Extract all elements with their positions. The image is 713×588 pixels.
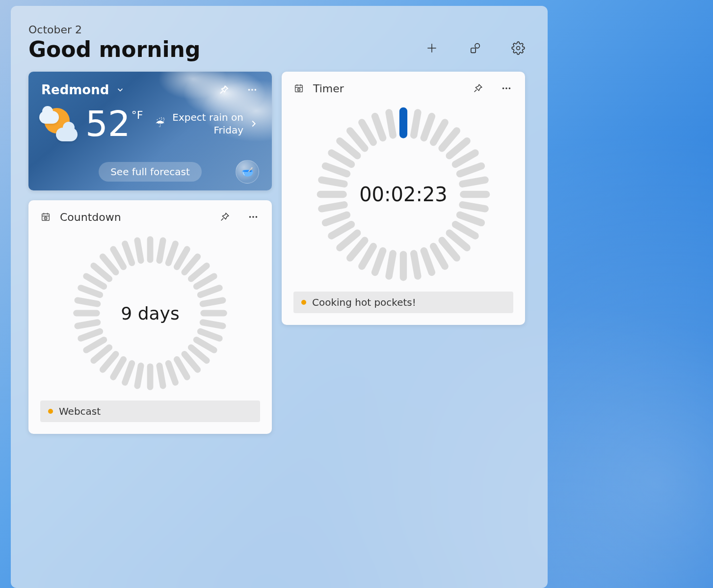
- chevron-down-icon: [116, 85, 125, 94]
- countdown-dial-wrap: 9 days: [40, 229, 260, 401]
- add-widget-button[interactable]: [422, 38, 442, 58]
- countdown-status-bar[interactable]: Webcast: [40, 401, 260, 422]
- countdown-status-text: Webcast: [59, 405, 101, 417]
- temperature-unit: °F: [132, 109, 143, 121]
- more-horizontal-icon: [248, 212, 259, 222]
- greeting-block: October 2 Good morning: [28, 24, 200, 62]
- timer-title: Timer: [313, 82, 344, 95]
- timer-status-text: Cooking hot pockets!: [312, 296, 416, 308]
- timer-dial: 00:02:23: [315, 106, 492, 283]
- more-horizontal-icon: [247, 84, 258, 95]
- svg-point-2: [475, 44, 479, 48]
- svg-point-51: [502, 87, 504, 89]
- status-dot-icon: [48, 409, 53, 414]
- clock-app-icon: [40, 212, 51, 222]
- bowl-icon: 🥣: [241, 166, 254, 178]
- weather-condition-icon: [41, 107, 75, 140]
- plus-icon: [425, 42, 438, 54]
- countdown-header: Countdown: [40, 210, 260, 224]
- svg-point-4: [517, 47, 520, 50]
- timer-dial-wrap: 00:02:23: [293, 100, 513, 292]
- widgets-panel: October 2 Good morning: [11, 6, 548, 588]
- pin-icon: [218, 84, 229, 95]
- pin-icon: [219, 212, 230, 222]
- pin-icon: [473, 83, 483, 94]
- clock-app-icon: [293, 83, 304, 94]
- timer-widget[interactable]: Timer 00:02:23: [282, 72, 525, 325]
- weather-body: 52 °F ☔ Expect rain on Friday: [28, 97, 272, 141]
- more-button[interactable]: [245, 83, 259, 97]
- forecast-hint-text: Expect rain on Friday: [170, 111, 243, 136]
- countdown-dial: 9 days: [72, 235, 229, 392]
- umbrella-icon: ☔: [155, 117, 165, 131]
- weather-detail-bubble[interactable]: 🥣: [236, 160, 259, 184]
- pin-button[interactable]: [471, 81, 485, 95]
- greeting-text: Good morning: [28, 37, 200, 62]
- timer-header: Timer: [293, 81, 513, 95]
- svg-point-52: [505, 87, 507, 89]
- weather-widget[interactable]: Redmond: [28, 72, 272, 190]
- forecast-hint[interactable]: ☔ Expect rain on Friday: [155, 111, 259, 136]
- grid-col-left: Redmond: [28, 72, 272, 434]
- countdown-title: Countdown: [60, 211, 121, 223]
- svg-point-10: [249, 216, 251, 218]
- header-actions: [422, 24, 530, 58]
- gear-icon: [511, 41, 525, 55]
- timer-title-group: Timer: [293, 82, 344, 95]
- see-full-forecast-button[interactable]: See full forecast: [99, 162, 202, 182]
- weather-header: Redmond: [28, 72, 272, 97]
- pin-button[interactable]: [218, 210, 232, 224]
- temperature-value: 52: [85, 106, 131, 141]
- countdown-title-group: Countdown: [40, 211, 121, 223]
- svg-point-6: [251, 89, 253, 91]
- svg-point-11: [252, 216, 254, 218]
- weather-actions: [217, 83, 259, 97]
- svg-rect-3: [471, 48, 475, 53]
- shapes-icon: [468, 41, 482, 55]
- status-dot-icon: [301, 300, 306, 305]
- timer-actions: [471, 81, 513, 95]
- grid-col-right: Timer 00:02:23: [282, 72, 525, 325]
- timer-status-bar[interactable]: Cooking hot pockets!: [293, 292, 513, 313]
- settings-button[interactable]: [508, 38, 528, 58]
- date-text: October 2: [28, 24, 200, 36]
- weather-location-selector[interactable]: Redmond: [41, 82, 125, 97]
- temperature-block: 52 °F: [85, 106, 143, 141]
- svg-point-12: [256, 216, 258, 218]
- countdown-value: 9 days: [72, 235, 229, 392]
- weather-location-text: Redmond: [41, 82, 109, 97]
- chevron-right-icon: [248, 118, 259, 129]
- interests-button[interactable]: [465, 38, 485, 58]
- more-button[interactable]: [500, 81, 513, 95]
- more-button[interactable]: [246, 210, 260, 224]
- timer-value: 00:02:23: [315, 106, 492, 283]
- svg-point-7: [255, 89, 257, 91]
- countdown-actions: [218, 210, 260, 224]
- widgets-grid: Redmond: [28, 72, 530, 434]
- countdown-widget[interactable]: Countdown 9 days: [28, 200, 272, 434]
- svg-point-5: [248, 89, 250, 91]
- more-horizontal-icon: [501, 83, 512, 94]
- panel-header: October 2 Good morning: [28, 24, 530, 62]
- svg-point-53: [509, 87, 511, 89]
- pin-button[interactable]: [217, 83, 231, 97]
